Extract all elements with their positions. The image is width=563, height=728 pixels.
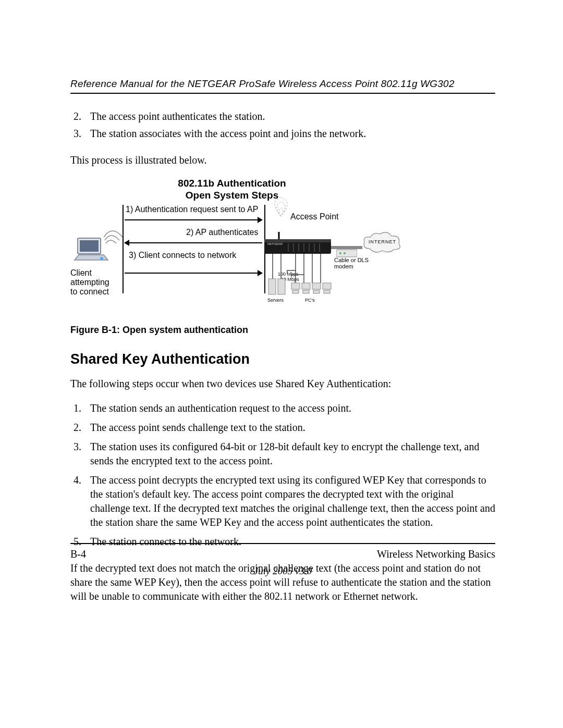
footer-version: July 2005 v3.0 bbox=[70, 565, 495, 577]
list-item: 3. The station uses its configured 64-bi… bbox=[70, 440, 495, 468]
page-number: B-4 bbox=[70, 548, 86, 560]
svg-point-3 bbox=[100, 257, 103, 260]
list-item: 3. The station associates with the acces… bbox=[70, 127, 495, 141]
diagram-title-line1: 802.11b Authentication bbox=[178, 178, 286, 189]
svg-rect-30 bbox=[303, 290, 309, 293]
intro-paragraph: The following steps occur when two devic… bbox=[70, 377, 495, 391]
servers-label: Servers bbox=[267, 298, 284, 303]
page: Reference Manual for the NETGEAR ProSafe… bbox=[0, 0, 563, 728]
list-number: 1. bbox=[74, 401, 90, 415]
svg-rect-34 bbox=[324, 290, 330, 293]
client-label: Client attempting to connect bbox=[70, 268, 117, 297]
list-text: The access point sends challenge text to… bbox=[90, 421, 305, 435]
ap-label: Access Point bbox=[290, 212, 338, 221]
step3-arrow bbox=[125, 273, 262, 274]
network-drops-icon bbox=[266, 254, 339, 301]
list-item: 2. The access point sends challenge text… bbox=[70, 421, 495, 435]
list-text: The access point decrypts the encrypted … bbox=[90, 473, 495, 529]
list-text: The access point authenticates the stati… bbox=[90, 109, 265, 124]
header-rule bbox=[70, 93, 495, 94]
list-text: The station uses its configured 64-bit o… bbox=[90, 440, 495, 468]
svg-rect-33 bbox=[323, 283, 331, 289]
svg-text:NETGEAR: NETGEAR bbox=[267, 242, 283, 245]
section-title: Wireless Networking Basics bbox=[377, 548, 495, 560]
svg-point-17 bbox=[339, 252, 341, 254]
svg-rect-1 bbox=[80, 240, 99, 252]
top-ordered-list: 2. The access point authenticates the st… bbox=[70, 109, 495, 141]
svg-rect-31 bbox=[312, 283, 321, 289]
lead-paragraph: This process is illustrated below. bbox=[70, 153, 495, 167]
step2-label: 2) AP authenticates bbox=[186, 228, 258, 237]
list-number: 3. bbox=[74, 440, 90, 468]
internet-label: INTERNET bbox=[369, 239, 396, 244]
modem-label: Cable or DLS modem bbox=[334, 257, 371, 269]
svg-rect-27 bbox=[291, 283, 300, 289]
list-number: 3. bbox=[74, 127, 90, 141]
wifi-icon bbox=[104, 228, 125, 246]
ap-waves-icon bbox=[265, 196, 297, 217]
step2-arrow bbox=[125, 242, 262, 243]
figure-caption: Figure B-1: Open system authentication bbox=[70, 325, 495, 336]
diagram-title-line2: Open System Steps bbox=[186, 190, 278, 201]
svg-point-18 bbox=[344, 252, 346, 254]
footer-rule bbox=[70, 543, 495, 544]
page-footer: B-4 Wireless Networking Basics July 2005… bbox=[70, 543, 495, 577]
list-text: The station associates with the access p… bbox=[90, 127, 366, 141]
figure-wrapper: 802.11b Authentication Open System Steps bbox=[70, 178, 495, 336]
svg-rect-25 bbox=[268, 279, 276, 294]
list-item: 1. The station sends an authentication r… bbox=[70, 401, 495, 415]
step1-label: 1) Authentication request sent to AP bbox=[126, 205, 258, 214]
svg-rect-29 bbox=[302, 283, 310, 289]
step3-label: 3) Client connects to network bbox=[129, 251, 236, 260]
svg-rect-26 bbox=[278, 279, 285, 294]
list-number: 2. bbox=[74, 421, 90, 435]
svg-rect-28 bbox=[292, 290, 299, 293]
svg-rect-32 bbox=[313, 290, 320, 293]
pcs-label: PC's bbox=[305, 298, 315, 303]
list-item: 4. The access point decrypts the encrypt… bbox=[70, 473, 495, 529]
step1-arrow bbox=[125, 219, 262, 220]
diagram-title: 802.11b Authentication Open System Steps bbox=[138, 178, 326, 202]
steps-list: 1. The station sends an authentication r… bbox=[70, 401, 495, 549]
list-text: The station sends an authentication requ… bbox=[90, 401, 351, 415]
list-number: 4. bbox=[74, 473, 90, 529]
list-number: 2. bbox=[74, 109, 90, 124]
list-item: 2. The access point authenticates the st… bbox=[70, 109, 495, 124]
left-vline bbox=[123, 205, 124, 293]
running-header: Reference Manual for the NETGEAR ProSafe… bbox=[70, 78, 495, 90]
diagram: Client attempting to connect 1) Authenti… bbox=[70, 205, 495, 314]
section-heading: Shared Key Authentication bbox=[70, 351, 495, 367]
